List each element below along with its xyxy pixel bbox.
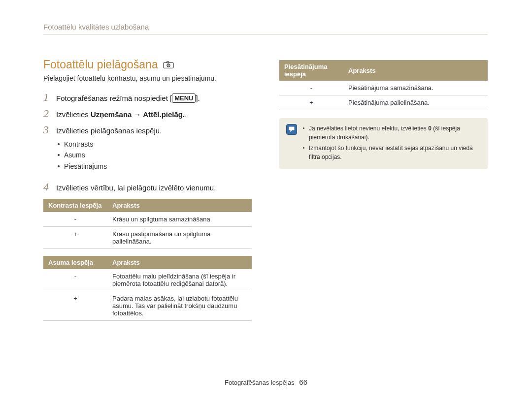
step-number: 3 (43, 124, 56, 135)
desc-cell: Piesātinājuma palielināšana. (343, 95, 488, 110)
page-footer: Fotografēšanas iespējas 66 (0, 378, 532, 386)
note-list: Ja nevēlaties lietot nevienu efektu, izv… (303, 124, 481, 163)
option-cell: + (43, 227, 107, 249)
step-2: 2 Izvēlieties Uzņemšana → Attēl.pielāg.. (43, 109, 252, 120)
step-4: 4 Izvēlieties vērtību, lai pielāgotu izv… (43, 183, 252, 193)
camera-icon: P (163, 61, 174, 69)
step-text: ]. (196, 94, 200, 102)
table-row: - Krāsu un spilgtuma samazināšana. (43, 212, 252, 227)
menu-button-label: MENU (172, 93, 196, 103)
step-text: Fotografēšanas režīmā nospiediet [ (56, 94, 172, 102)
section-intro: Pielāgojiet fotoattēlu kontrastu, asumu … (43, 74, 252, 82)
saturation-table: Piesātinājuma iespēja Apraksts - Piesāti… (279, 60, 488, 110)
section-title: Fotoattēlu pielāgošana P (43, 58, 252, 71)
desc-cell: Krāsu un spilgtuma samazināšana. (107, 212, 252, 227)
contrast-table: Kontrasta iespēja Apraksts - Krāsu un sp… (43, 199, 252, 249)
footer-label: Fotografēšanas iespējas (225, 379, 295, 386)
svg-rect-1 (166, 62, 169, 63)
steps-list: 1 Fotografēšanas režīmā nospiediet [MENU… (43, 93, 252, 193)
step-text: . (185, 110, 187, 119)
table-row: + Piesātinājuma palielināšana. (279, 95, 488, 110)
option-item: Piesātinājums (57, 161, 252, 172)
step-number: 2 (43, 108, 56, 119)
table-header: Piesātinājuma iespēja (279, 60, 343, 81)
step-number: 4 (43, 182, 56, 192)
table-row: + Krāsu pastiprināšana un spilgtuma pali… (43, 227, 252, 249)
note-box: Ja nevēlaties lietot nevienu efektu, izv… (279, 118, 488, 169)
desc-cell: Fotoattēlu malu pielīdzināšana (šī iespē… (107, 269, 252, 291)
note-item: Izmantojot šo funkciju, nevar iestatīt s… (303, 144, 481, 161)
menu-path: Uzņemšana → Attēl.pielāg. (91, 110, 185, 119)
table-header: Kontrasta iespēja (43, 199, 107, 212)
step-3: 3 Izvēlieties pielāgošanas iespēju. Kont… (43, 125, 252, 177)
desc-cell: Piesātinājuma samazināšana. (343, 81, 488, 95)
desc-cell: Krāsu pastiprināšana un spilgtuma paliel… (107, 227, 252, 249)
option-cell: - (279, 81, 343, 95)
info-icon (286, 124, 297, 135)
option-item: Kontrasts (57, 139, 252, 150)
option-cell: + (279, 95, 343, 110)
step-text: Izvēlieties vērtību, lai pielāgotu izvēl… (56, 183, 252, 193)
step-1: 1 Fotografēšanas režīmā nospiediet [MENU… (43, 93, 252, 103)
table-row: + Padara malas asākas, lai uzlabotu foto… (43, 291, 252, 321)
step-3-options: Kontrasts Asums Piesātinājums (57, 139, 252, 172)
option-item: Asums (57, 150, 252, 160)
breadcrumb: Fotoattēlu kvalitātes uzlabošana (43, 23, 488, 34)
table-row: - Fotoattēlu malu pielīdzināšana (šī ies… (43, 269, 252, 291)
left-column: Fotoattēlu pielāgošana P Pielāgojiet fot… (43, 58, 252, 328)
table-header: Apraksts (343, 60, 488, 81)
section-title-text: Fotoattēlu pielāgošana (43, 58, 158, 71)
option-cell: + (43, 291, 107, 321)
table-header: Apraksts (107, 199, 252, 212)
option-cell: - (43, 269, 107, 291)
page-number: 66 (299, 378, 307, 386)
note-item: Ja nevēlaties lietot nevienu efektu, izv… (303, 124, 481, 142)
note-bold: 0 (428, 125, 432, 132)
step-text: Izvēlieties pielāgošanas iespēju. (56, 126, 162, 135)
note-text: Ja nevēlaties lietot nevienu efektu, izv… (309, 125, 428, 132)
step-text: Izvēlieties (56, 110, 91, 119)
step-number: 1 (43, 92, 56, 103)
table-header: Apraksts (107, 256, 252, 269)
option-cell: - (43, 212, 107, 227)
table-row: - Piesātinājuma samazināšana. (279, 81, 488, 95)
right-column: Piesātinājuma iespēja Apraksts - Piesāti… (279, 58, 488, 328)
table-header: Asuma iespēja (43, 256, 107, 269)
sharpness-table: Asuma iespēja Apraksts - Fotoattēlu malu… (43, 256, 252, 321)
desc-cell: Padara malas asākas, lai uzlabotu fotoat… (107, 291, 252, 321)
